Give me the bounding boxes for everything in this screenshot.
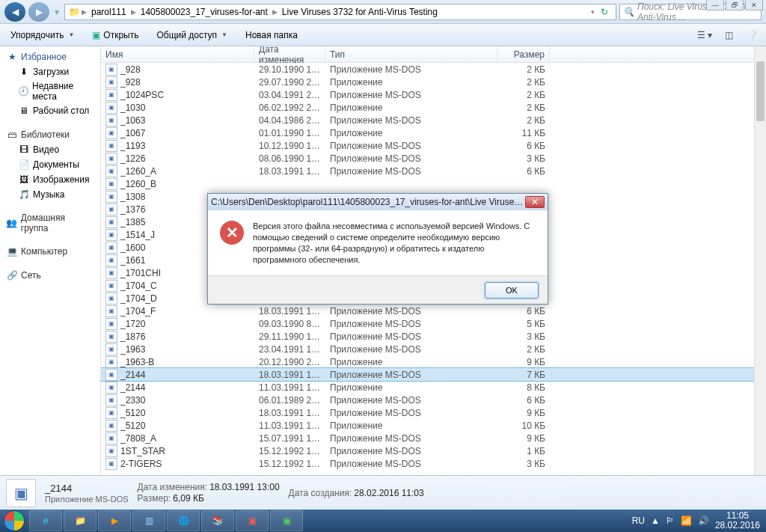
nav-history-dropdown[interactable]: ▾ [52, 2, 61, 22]
file-row[interactable]: ▣_122608.06.1990 10:36Приложение MS-DOS3… [101, 152, 766, 165]
taskbar-explorer[interactable]: 📁 [64, 510, 96, 531]
file-row[interactable]: ▣_512018.03.1991 13:00Приложение MS-DOS9… [101, 406, 766, 419]
refresh-button[interactable]: ↻ [596, 7, 613, 17]
file-row[interactable]: ▣1ST_STAR15.12.1992 14:11Приложение MS-D… [101, 444, 766, 457]
sidebar-item-video[interactable]: 🎞Видео [0, 142, 100, 157]
breadcrumb-dropdown[interactable]: ▾ [591, 8, 595, 16]
file-name: _1701CHI [120, 268, 161, 278]
file-size: 2 КБ [497, 77, 550, 88]
taskbar-winrar[interactable]: 📚 [201, 510, 234, 531]
file-row[interactable]: ▣_233006.01.1989 20:27Приложение MS-DOS6… [101, 394, 766, 406]
help-button[interactable]: ❔ [744, 26, 762, 44]
organize-button[interactable]: Упорядочить▼ [4, 28, 80, 43]
file-size: 6 КБ [497, 395, 550, 406]
documents-icon: 📄 [18, 159, 30, 171]
column-name[interactable]: Имя [101, 46, 254, 62]
preview-pane-button[interactable]: ◫ [720, 26, 738, 44]
file-row[interactable]: ▣_1260_B [101, 177, 766, 190]
file-type: Приложение [325, 357, 497, 367]
taskbar-chrome[interactable]: 🌐 [167, 510, 200, 531]
file-row[interactable]: ▣_1260_A18.03.1991 13:01Приложение MS-DO… [101, 165, 766, 177]
homegroup-icon: 👥 [6, 217, 18, 229]
sidebar-favorites[interactable]: ★Избранное [0, 49, 100, 64]
column-date[interactable]: Дата изменения [254, 46, 325, 62]
dialog-close-button[interactable]: ✕ [525, 196, 545, 208]
file-size: 2 КБ [497, 103, 550, 113]
music-icon: 🎵 [18, 189, 30, 201]
file-size: 6 КБ [497, 166, 550, 177]
file-row[interactable]: ▣_106304.04.1986 23:45Приложение MS-DOS2… [101, 114, 766, 126]
file-row[interactable]: ▣_103006.02.1992 21:03Приложение2 КБ [101, 101, 766, 114]
forward-button[interactable]: ▶ [28, 2, 49, 22]
new-folder-button[interactable]: Новая папка [239, 28, 304, 43]
taskbar-app1[interactable]: ▥ [132, 510, 165, 531]
tray-clock[interactable]: 11:05 28.02.2016 [715, 511, 760, 531]
file-type: Приложение MS-DOS [325, 141, 497, 151]
sidebar-item-music[interactable]: 🎵Музыка [0, 187, 100, 202]
crumb-live-viruses[interactable]: Live Viruses 3732 for Anti-Virus Testing [279, 7, 441, 17]
sidebar-item-downloads[interactable]: ⬇Загрузки [0, 64, 100, 79]
details-filename: _2144 [45, 483, 129, 494]
column-type[interactable]: Тип [325, 46, 497, 62]
maximize-button[interactable]: 🗗 [726, 0, 744, 10]
file-size: 7 КБ [497, 370, 550, 380]
file-size: 11 КБ [497, 128, 550, 138]
taskbar-ie[interactable]: e [29, 510, 62, 531]
scrollbar[interactable] [754, 46, 766, 475]
file-row[interactable]: ▣_214411.03.1991 13:00Приложение8 КБ [101, 381, 766, 394]
file-row[interactable]: ▣_172009.03.1990 8:48Приложение MS-DOS5 … [101, 317, 766, 330]
minimize-button[interactable]: — [706, 0, 724, 10]
file-row[interactable]: ▣_1024PSC03.04.1991 20:04Приложение MS-D… [101, 88, 766, 101]
file-size: 3 КБ [497, 331, 550, 342]
sidebar-item-documents[interactable]: 📄Документы [0, 157, 100, 172]
share-button[interactable]: Общий доступ▼ [150, 28, 233, 43]
tray-chevron-icon[interactable]: ▲ [651, 516, 660, 526]
file-row[interactable]: ▣_196323.04.1991 19:27Приложение MS-DOS2… [101, 343, 766, 355]
file-row[interactable]: ▣_92829.10.1990 12:24Приложение MS-DOS2 … [101, 63, 766, 76]
file-row[interactable]: ▣_187629.11.1990 18:53Приложение MS-DOS3… [101, 330, 766, 343]
file-type: Приложение MS-DOS [325, 408, 497, 418]
file-row[interactable]: ▣_7808_A15.07.1991 12:57Приложение MS-DO… [101, 432, 766, 444]
view-options-button[interactable]: ☰ ▾ [696, 26, 714, 44]
crumb-parol111[interactable]: parol111 [88, 7, 129, 17]
file-row[interactable]: ▣_119310.12.1990 10:25Приложение MS-DOS6… [101, 139, 766, 152]
sidebar-item-desktop[interactable]: 🖥Рабочий стол [0, 103, 100, 118]
sidebar-network[interactable]: 🔗Сеть [0, 268, 100, 283]
tray-lang[interactable]: RU [632, 516, 645, 526]
file-row[interactable]: ▣_106701.01.1990 1:06Приложение11 КБ [101, 126, 766, 139]
file-name: _1308 [120, 192, 145, 202]
exe-icon: ▣ [105, 76, 117, 88]
file-row[interactable]: ▣_512011.03.1991 13:00Приложение10 КБ [101, 419, 766, 432]
play-icon: ▶ [111, 516, 118, 526]
sidebar-item-pictures[interactable]: 🖼Изображения [0, 172, 100, 187]
sidebar-item-recent[interactable]: 🕘Недавние места [0, 79, 100, 103]
sidebar-homegroup[interactable]: 👥Домашняя группа [0, 211, 100, 235]
column-size[interactable]: Размер [497, 46, 550, 62]
scrollbar-thumb[interactable] [756, 61, 765, 121]
start-button[interactable] [0, 510, 28, 532]
sidebar-computer[interactable]: 💻Компьютер [0, 244, 100, 259]
tray-flag-icon[interactable]: 🏳 [666, 516, 675, 526]
breadcrumb[interactable]: 📁 ▶ parol111▶ 1405800023_17_viruses-for-… [64, 4, 616, 20]
file-type: Приложение [325, 77, 497, 88]
back-button[interactable]: ◀ [4, 2, 25, 22]
arrow-left-icon: ◀ [12, 7, 19, 17]
taskbar-app3[interactable]: ▣ [270, 510, 303, 531]
tray-volume-icon[interactable]: 🔊 [698, 516, 709, 526]
file-row[interactable]: ▣2-TIGERS15.12.1992 14:11Приложение MS-D… [101, 457, 766, 470]
file-date: 03.04.1991 20:04 [254, 90, 325, 100]
close-window-button[interactable]: ✕ [745, 0, 763, 10]
open-button[interactable]: ▣Открыть [86, 28, 144, 43]
taskbar-wmp[interactable]: ▶ [98, 510, 131, 531]
file-row[interactable]: ▣_1704_F18.03.1991 13:00Приложение MS-DO… [101, 305, 766, 317]
file-row[interactable]: ▣_92829.07.1990 20:23Приложение2 КБ [101, 76, 766, 88]
crumb-archive[interactable]: 1405800023_17_viruses-for-ant [138, 7, 271, 17]
sidebar-libraries[interactable]: 🗃Библиотеки [0, 127, 100, 142]
tray-network-icon[interactable]: 📶 [681, 516, 692, 526]
pictures-icon: 🖼 [18, 174, 30, 186]
taskbar-app2[interactable]: ▣ [236, 510, 269, 531]
exe-icon: ▣ [105, 216, 117, 228]
file-row[interactable]: ▣_214418.03.1991 13:00Приложение MS-DOS7… [101, 368, 766, 381]
ok-button[interactable]: OK [485, 282, 539, 299]
file-row[interactable]: ▣_1963-B20.12.1990 22:20Приложение9 КБ [101, 355, 766, 368]
